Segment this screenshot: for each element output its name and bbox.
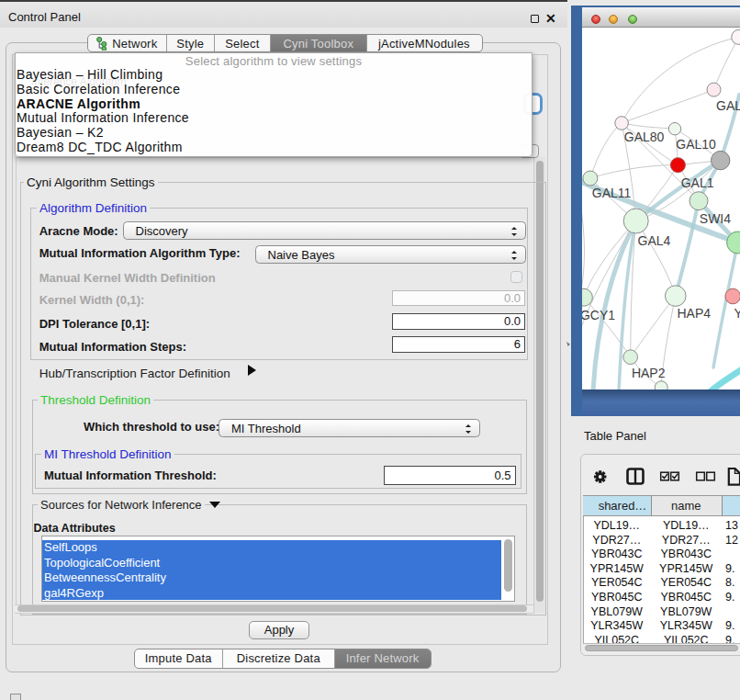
svg-text:GAL4: GAL4 (638, 233, 671, 248)
svg-text:GAL11: GAL11 (592, 186, 632, 200)
svg-text:GAL1: GAL1 (681, 175, 714, 190)
svg-text:GAL10: GAL10 (676, 137, 716, 152)
svg-text:HAP4: HAP4 (678, 306, 712, 321)
svg-text:GAL80: GAL80 (624, 130, 665, 144)
svg-text:Y: Y (734, 306, 740, 321)
svg-text:GCY1: GCY1 (582, 308, 615, 322)
svg-text:GAL7: GAL7 (716, 98, 740, 113)
svg-text:HAP2: HAP2 (632, 366, 666, 380)
svg-text:SWI4: SWI4 (700, 211, 731, 226)
